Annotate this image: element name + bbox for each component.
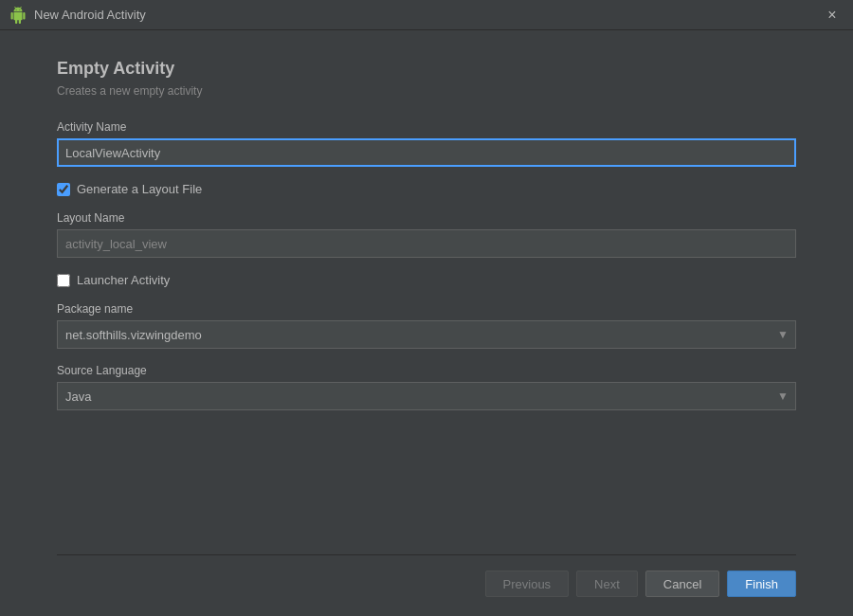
launcher-activity-group: Launcher Activity — [57, 273, 796, 287]
activity-name-label: Activity Name — [57, 120, 796, 134]
footer: Previous Next Cancel Finish — [57, 554, 796, 597]
generate-layout-group: Generate a Layout File — [57, 182, 796, 196]
package-name-label: Package name — [57, 302, 796, 316]
title-bar: New Android Activity × — [0, 0, 853, 30]
layout-name-label: Layout Name — [57, 211, 796, 225]
next-button[interactable]: Next — [576, 571, 638, 597]
activity-name-input[interactable] — [57, 138, 796, 167]
package-name-select[interactable]: net.softhills.vizwingdemo — [57, 320, 796, 349]
previous-button[interactable]: Previous — [485, 571, 570, 597]
close-button[interactable]: × — [821, 4, 844, 27]
section-subtitle: Creates a new empty activity — [57, 84, 796, 98]
activity-name-group: Activity Name — [57, 120, 796, 167]
launcher-activity-checkbox[interactable] — [57, 274, 70, 287]
title-bar-left: New Android Activity — [9, 7, 146, 24]
dialog-title: New Android Activity — [34, 8, 146, 22]
package-name-group: Package name net.softhills.vizwingdemo ▼ — [57, 302, 796, 349]
dialog-body: Empty Activity Creates a new empty activ… — [0, 30, 853, 616]
layout-name-group: Layout Name — [57, 211, 796, 258]
source-language-wrapper: Java Kotlin ▼ — [57, 382, 796, 410]
spacer — [57, 426, 796, 554]
android-icon — [9, 7, 27, 24]
cancel-button[interactable]: Cancel — [645, 571, 719, 597]
source-language-select[interactable]: Java Kotlin — [57, 382, 796, 410]
source-language-label: Source Language — [57, 364, 796, 377]
section-title: Empty Activity — [57, 59, 796, 79]
layout-name-input[interactable] — [57, 229, 796, 258]
package-name-wrapper: net.softhills.vizwingdemo ▼ — [57, 320, 796, 349]
source-language-group: Source Language Java Kotlin ▼ — [57, 364, 796, 410]
finish-button[interactable]: Finish — [727, 571, 796, 597]
generate-layout-label[interactable]: Generate a Layout File — [77, 182, 202, 196]
launcher-activity-label[interactable]: Launcher Activity — [77, 273, 170, 287]
generate-layout-checkbox[interactable] — [57, 183, 70, 196]
